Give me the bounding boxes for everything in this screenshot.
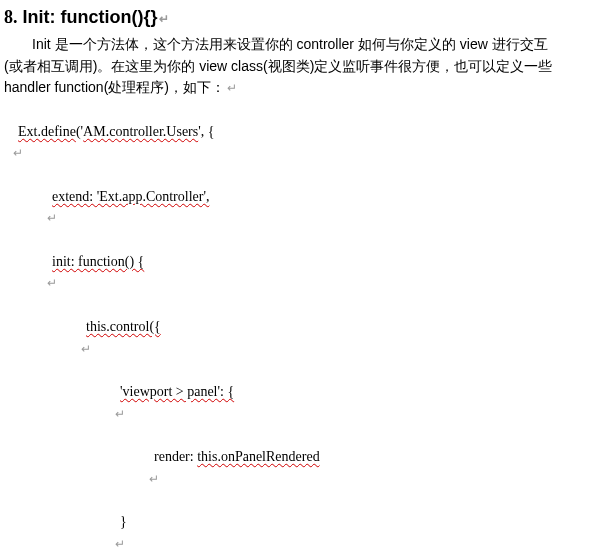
code-token: 'viewport > panel': { [120,384,234,399]
code-line-6: render: this.onPanelRendered [4,424,608,489]
code-line-1: Ext.define('AM.controller.Users', { [4,99,608,164]
heading-title: Init: function(){} [23,7,170,27]
code-line-7: } [4,489,608,554]
code-line-4: this.control({ [4,294,608,359]
code-token: extend: 'Ext.app.Controller', [52,189,209,204]
code-block: Ext.define('AM.controller.Users', { exte… [4,99,608,559]
code-line-5: 'viewport > panel': { [4,359,608,424]
code-line-3: init: function() { [4,229,608,294]
section-heading: 8. Init: function(){} [4,4,608,32]
code-line-8: }); [4,554,608,559]
code-token: init: function() { [52,254,144,269]
code-token: this.control({ [86,319,161,334]
intro-line-3: handler function(处理程序)，如下： [4,77,608,99]
code-token: render: [154,449,197,464]
code-token: this.onPanelRendered [197,449,319,464]
code-token: } [120,514,127,529]
code-line-2: extend: 'Ext.app.Controller', [4,164,608,229]
code-token: Ext.define [18,124,76,139]
code-token: AM.controller.Users [83,124,198,139]
intro-line-2: (或者相互调用)。在这里为你的 view class(视图类)定义监听事件很方便… [4,56,608,78]
code-token: ', { [198,124,214,139]
intro-line-1: Init 是一个方法体，这个方法用来设置你的 controller 如何与你定义… [4,34,608,56]
heading-number: 8. [4,7,18,27]
